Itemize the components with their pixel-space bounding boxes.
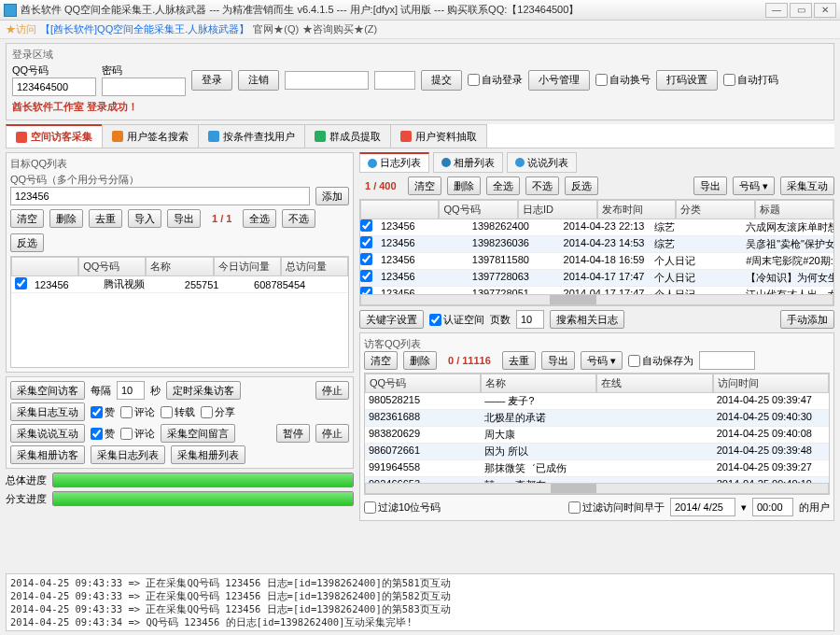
product-link[interactable]: 【[酋长软件]QQ空间全能采集王.人脉核武器】: [40, 22, 249, 36]
official-link[interactable]: 官网★(Q): [253, 22, 299, 36]
import-button[interactable]: 导入: [128, 209, 161, 228]
filter-time-input[interactable]: [752, 498, 793, 516]
table-row[interactable]: 12345613982360362014-04-23 14:53综艺吴彦祖"卖枪…: [360, 236, 833, 253]
autoswitch-checkbox[interactable]: 自动换号: [595, 73, 651, 87]
captcha-input[interactable]: [285, 71, 369, 90]
tab-signature-search[interactable]: 用户签名搜索: [102, 124, 199, 148]
maximize-button[interactable]: ▭: [790, 3, 812, 18]
manual-add-button[interactable]: 手动添加: [780, 310, 834, 329]
delete-button[interactable]: 删除: [49, 209, 83, 228]
v-clear-button[interactable]: 清空: [364, 351, 398, 370]
search-diary-button[interactable]: 搜索相关日志: [550, 310, 624, 329]
v-num-button[interactable]: 号码 ▾: [581, 351, 623, 370]
stop-button-1[interactable]: 停止: [315, 381, 349, 400]
row-checkbox[interactable]: [15, 277, 27, 289]
v-del-button[interactable]: 删除: [403, 351, 437, 370]
log-output: 2014-04-25 09:43:33 => 正在采集QQ号码 123456 日…: [6, 573, 834, 631]
collect-albumlist-button[interactable]: 采集相册列表: [171, 445, 245, 464]
extract-icon: [315, 131, 326, 142]
forward-checkbox[interactable]: 转载: [161, 405, 195, 419]
table-row[interactable]: 980528215—— 麦子?2014-04-25 09:39:47: [365, 393, 829, 410]
filter10-checkbox[interactable]: 过滤10位号码: [364, 501, 441, 515]
tab-group-extract[interactable]: 群成员提取: [304, 124, 391, 148]
r-del-button[interactable]: 删除: [447, 176, 481, 195]
like2-checkbox[interactable]: 赞: [91, 427, 115, 441]
autosave-path-input[interactable]: [699, 351, 755, 370]
r-inv-button[interactable]: 反选: [565, 176, 598, 195]
consult-link[interactable]: ★咨询购买★(Z): [302, 22, 377, 36]
v-dedup-button[interactable]: 去重: [502, 351, 536, 370]
h-scrollbar-2[interactable]: [365, 483, 829, 494]
group-icon: [112, 131, 123, 142]
r-none-button[interactable]: 不选: [525, 176, 559, 195]
r-clear-button[interactable]: 清空: [408, 176, 441, 195]
pwd-input[interactable]: [102, 78, 186, 96]
like-checkbox[interactable]: 赞: [91, 405, 115, 419]
table-row[interactable]: 12345613978115802014-04-18 16:59个人日记#周末宅…: [360, 253, 833, 270]
comment2-checkbox[interactable]: 评论: [120, 427, 155, 441]
filtertime-checkbox[interactable]: 过滤访问时间早于: [568, 501, 665, 515]
table-row[interactable]: 991964558那抹微笑゛已成伤2014-04-25 09:39:27: [365, 460, 829, 477]
close-button[interactable]: ✕: [814, 3, 836, 18]
timed-collect-button[interactable]: 定时采集访客: [166, 381, 241, 400]
table-row[interactable]: 983820629周大康2014-04-25 09:40:08: [365, 427, 829, 444]
login-status: 酋长软件工作室 登录成功！: [12, 100, 828, 114]
r-num-button[interactable]: 号码 ▾: [733, 176, 775, 195]
target-list-box: 目标QQ列表 QQ号码（多个用分号分隔） 添加 清空 删除 去重 导入 导出 1…: [6, 152, 354, 373]
leavemsg-button[interactable]: 采集空间留言: [161, 424, 235, 443]
login-button[interactable]: 登录: [191, 70, 232, 91]
table-row[interactable]: 12345613977280512014-04-17 17:47个人日记江山代有…: [360, 287, 833, 294]
add-button[interactable]: 添加: [315, 187, 349, 205]
collect-interaction-button[interactable]: 采集互动: [780, 176, 834, 195]
filter-date-input[interactable]: [670, 498, 735, 516]
tab-visitor-collect[interactable]: 空间访客采集: [6, 124, 103, 148]
pagenum-input[interactable]: [516, 310, 544, 329]
autologin-checkbox[interactable]: 自动登录: [468, 73, 523, 87]
h-scrollbar[interactable]: [360, 294, 833, 305]
autosave-checkbox[interactable]: 自动保存为: [628, 354, 693, 368]
account-mgr-button[interactable]: 小号管理: [528, 70, 590, 91]
minimize-button[interactable]: —: [765, 3, 788, 18]
auth-checkbox[interactable]: 认证空间: [429, 313, 484, 327]
table-row[interactable]: 982361688北极星的承诺2014-04-25 09:40:30: [365, 410, 829, 427]
r-export-button[interactable]: 导出: [693, 176, 727, 195]
target-input[interactable]: [10, 187, 310, 205]
collect-visitor-button[interactable]: 采集空间访客: [10, 381, 85, 400]
collect-album-visitor-button[interactable]: 采集相册访客: [10, 445, 85, 464]
code-settings-button[interactable]: 打码设置: [656, 70, 718, 91]
stop-button-2[interactable]: 停止: [315, 424, 349, 443]
collect-diarylist-button[interactable]: 采集日志列表: [91, 445, 165, 464]
export-button[interactable]: 导出: [167, 209, 201, 228]
table-row[interactable]: 123456腾讯视频255751608785454: [11, 276, 348, 293]
dedup-button[interactable]: 去重: [89, 209, 122, 228]
collect-shuoshuo-button[interactable]: 采集说说互动: [10, 424, 85, 443]
qq-input[interactable]: [12, 78, 96, 96]
tab-profile-extract[interactable]: 用户资料抽取: [390, 124, 487, 148]
r-all-button[interactable]: 全选: [486, 176, 520, 195]
collect-diary-button[interactable]: 采集日志互动: [10, 402, 85, 421]
table-row[interactable]: 12345613977280632014-04-17 17:47个人日记【冷知识…: [360, 270, 833, 287]
subtab-diary[interactable]: 日志列表: [359, 152, 429, 173]
invert-button[interactable]: 反选: [10, 233, 44, 252]
logout-button[interactable]: 注销: [238, 70, 279, 91]
keyword-settings-button[interactable]: 关键字设置: [359, 310, 424, 329]
table-row[interactable]: 12345613982624002014-04-23 22:13综艺六成网友滚床…: [360, 219, 833, 236]
table-row[interactable]: 986072661因为 所以2014-04-25 09:39:48: [365, 444, 829, 460]
autocode-checkbox[interactable]: 自动打码: [723, 73, 778, 87]
selectall-button[interactable]: 全选: [243, 209, 276, 228]
submit-button[interactable]: 提交: [421, 70, 462, 91]
tab-condition-search[interactable]: 按条件查找用户: [198, 124, 305, 148]
v-export-button[interactable]: 导出: [541, 351, 575, 370]
selectnone-button[interactable]: 不选: [282, 209, 315, 228]
pause-button[interactable]: 暂停: [276, 424, 310, 443]
menubar: ★访问 【[酋长软件]QQ空间全能采集王.人脉核武器】 官网★(Q) ★咨询购买…: [0, 21, 840, 39]
clear-button[interactable]: 清空: [10, 209, 44, 228]
comment-checkbox[interactable]: 评论: [120, 405, 155, 419]
subtab-album[interactable]: 相册列表: [433, 152, 503, 173]
interval-input[interactable]: [117, 381, 145, 400]
list-icon: [368, 159, 377, 168]
share-checkbox[interactable]: 分享: [201, 405, 235, 419]
bubble-icon: [515, 158, 525, 167]
main-tabs: 空间访客采集 用户签名搜索 按条件查找用户 群成员提取 用户资料抽取: [6, 124, 834, 148]
subtab-shuoshuo[interactable]: 说说列表: [507, 152, 577, 173]
